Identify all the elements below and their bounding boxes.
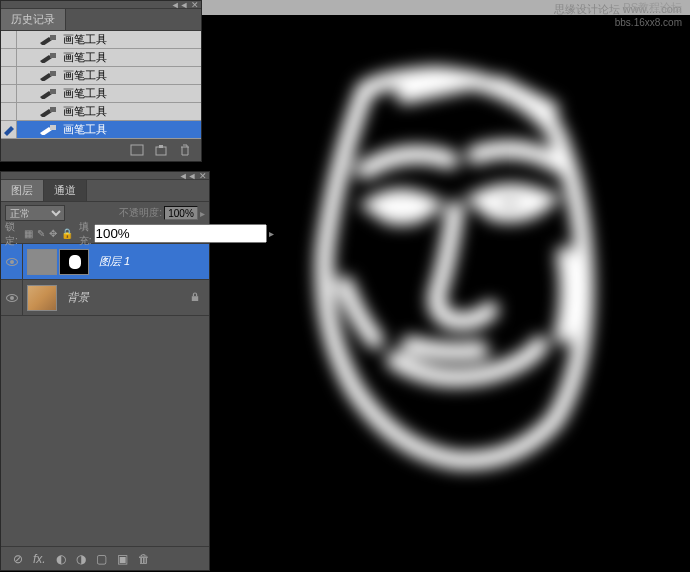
svg-rect-8 <box>159 145 163 148</box>
svg-rect-6 <box>131 145 143 155</box>
eye-icon <box>6 294 18 302</box>
tab-layers[interactable]: 图层 <box>1 180 44 201</box>
layers-footer: ⊘ fx. ◐ ◑ ▢ ▣ 🗑 <box>1 546 209 570</box>
brush-tool-icon <box>37 69 59 83</box>
history-list: 画笔工具 画笔工具 画笔工具 画笔工具 画笔工具 <box>1 31 201 139</box>
layer-name[interactable]: 图层 1 <box>93 254 130 269</box>
history-panel: ◄◄ ✕ 历史记录 画笔工具 画笔工具 画笔工具 画笔工具 <box>0 0 202 162</box>
panel-collapse-icon[interactable]: ◄◄ ✕ <box>179 171 207 181</box>
layer-thumbnail[interactable] <box>27 285 57 311</box>
layers-lock-row: 锁定: ▦ ✎ ✥ 🔒 填充: ▸ <box>1 224 209 244</box>
history-tabs: 历史记录 <box>1 9 201 31</box>
history-source-col[interactable] <box>1 85 17 102</box>
panel-drag-bar[interactable]: ◄◄ ✕ <box>1 1 201 9</box>
new-snapshot-icon[interactable] <box>153 143 169 157</box>
lock-paint-icon[interactable]: ✎ <box>37 228 45 239</box>
lock-transparency-icon[interactable]: ▦ <box>24 228 33 239</box>
history-footer <box>1 139 201 161</box>
brush-tool-icon <box>37 105 59 119</box>
delete-layer-icon[interactable]: 🗑 <box>138 552 150 566</box>
new-layer-icon[interactable]: ▣ <box>117 552 128 566</box>
add-mask-icon[interactable]: ◐ <box>56 552 66 566</box>
canvas-artwork <box>275 50 625 480</box>
history-item-label: 画笔工具 <box>59 32 107 47</box>
delete-state-icon[interactable] <box>177 143 193 157</box>
lock-all-icon[interactable]: 🔒 <box>61 228 73 239</box>
fill-label: 填充: <box>79 220 92 248</box>
new-group-icon[interactable]: ▢ <box>96 552 107 566</box>
opacity-label: 不透明度: <box>119 206 162 220</box>
adjustment-layer-icon[interactable]: ◑ <box>76 552 86 566</box>
new-document-from-state-icon[interactable] <box>129 143 145 157</box>
panel-drag-bar[interactable]: ◄◄ ✕ <box>1 172 209 180</box>
history-source-col[interactable] <box>1 31 17 48</box>
watermark-line2: bbs.16xx8.com <box>554 16 682 29</box>
fill-dropdown-icon[interactable]: ▸ <box>269 228 274 239</box>
svg-rect-9 <box>192 296 198 301</box>
history-item-label: 画笔工具 <box>59 122 107 137</box>
history-item-label: 画笔工具 <box>59 50 107 65</box>
lock-icon <box>191 292 201 304</box>
layer-mask-thumbnail[interactable] <box>59 249 89 275</box>
history-item[interactable]: 画笔工具 <box>1 85 201 103</box>
fill-input[interactable] <box>94 224 267 243</box>
layers-list: 图层 1 背景 <box>1 244 209 544</box>
brush-tool-icon <box>37 33 59 47</box>
brush-tool-icon <box>37 51 59 65</box>
history-item-label: 画笔工具 <box>59 86 107 101</box>
svg-rect-3 <box>50 89 56 94</box>
eye-icon <box>6 258 18 266</box>
history-source-col[interactable] <box>1 67 17 84</box>
history-source-col[interactable] <box>1 103 17 120</box>
history-item[interactable]: 画笔工具 <box>1 121 201 139</box>
svg-rect-4 <box>50 107 56 112</box>
layer-visibility-toggle[interactable] <box>1 280 23 315</box>
svg-rect-7 <box>156 147 166 155</box>
link-layers-icon[interactable]: ⊘ <box>13 552 23 566</box>
history-item[interactable]: 画笔工具 <box>1 31 201 49</box>
svg-rect-0 <box>50 35 56 40</box>
svg-rect-1 <box>50 53 56 58</box>
layer-effects-icon[interactable]: fx. <box>33 552 46 566</box>
tab-history[interactable]: 历史记录 <box>1 9 66 30</box>
layer-visibility-toggle[interactable] <box>1 244 23 279</box>
brush-tool-icon <box>37 123 59 137</box>
history-item[interactable]: 画笔工具 <box>1 103 201 121</box>
layers-tabs: 图层 通道 <box>1 180 209 202</box>
svg-rect-5 <box>50 125 56 130</box>
history-item-label: 画笔工具 <box>59 104 107 119</box>
brush-tool-icon <box>37 87 59 101</box>
history-source-col[interactable] <box>1 49 17 66</box>
history-item-label: 画笔工具 <box>59 68 107 83</box>
opacity-input[interactable] <box>164 206 198 220</box>
layer-row[interactable]: 图层 1 <box>1 244 209 280</box>
svg-rect-2 <box>50 71 56 76</box>
history-source-col[interactable] <box>1 121 17 138</box>
layer-thumbnail[interactable] <box>27 249 57 275</box>
opacity-dropdown-icon[interactable]: ▸ <box>200 208 205 219</box>
watermark-top: PS教程论坛 <box>623 0 682 15</box>
panel-collapse-icon[interactable]: ◄◄ ✕ <box>171 0 199 10</box>
layer-name[interactable]: 背景 <box>61 290 89 305</box>
tab-channels[interactable]: 通道 <box>44 180 87 201</box>
layers-panel: ◄◄ ✕ 图层 通道 正常 不透明度: ▸ 锁定: ▦ ✎ ✥ 🔒 填充: ▸ <box>0 171 210 571</box>
layer-row[interactable]: 背景 <box>1 280 209 316</box>
history-item[interactable]: 画笔工具 <box>1 49 201 67</box>
history-item[interactable]: 画笔工具 <box>1 67 201 85</box>
lock-position-icon[interactable]: ✥ <box>49 228 57 239</box>
